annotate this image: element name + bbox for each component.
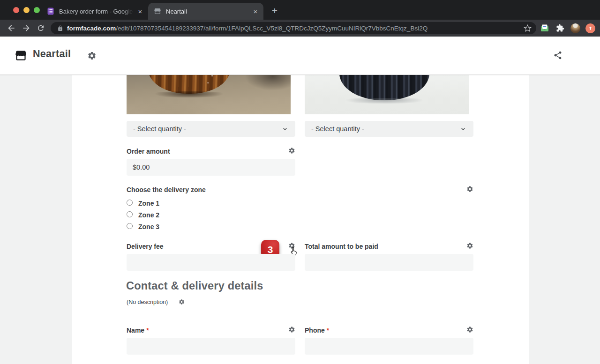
total-amount-settings-gear-icon[interactable]	[466, 242, 473, 249]
quantity-select-1-value: - Select quantity -	[133, 125, 186, 133]
product-image-brown-cupcake	[127, 75, 291, 114]
zone-1-radio[interactable]	[127, 200, 133, 206]
tab-title: Bakery order form - Google For	[59, 8, 135, 15]
zone-3-radio[interactable]	[127, 223, 133, 229]
quantity-select-1[interactable]: - Select quantity -	[127, 121, 295, 137]
lock-icon[interactable]	[57, 25, 63, 31]
form-card: - Select quantity - - Select quantity - …	[72, 75, 529, 364]
zone-2-radio[interactable]	[127, 211, 133, 217]
header-settings-gear-icon[interactable]	[87, 51, 97, 60]
google-forms-icon	[47, 7, 54, 15]
brand-title: Neartail	[33, 48, 71, 60]
storefront-logo-icon	[15, 49, 27, 62]
description-settings-gear-icon[interactable]	[179, 299, 185, 305]
new-tab-button[interactable]: +	[268, 5, 281, 18]
tab-bakery-order-form[interactable]: Bakery order form - Google For ×	[41, 3, 148, 20]
share-icon[interactable]	[553, 51, 562, 60]
order-amount-settings-gear-icon[interactable]	[288, 147, 295, 154]
window-minimize-button[interactable]	[23, 7, 30, 13]
black-cupcake-graphic	[339, 75, 430, 100]
required-asterisk: *	[327, 327, 329, 334]
quantity-select-2-value: - Select quantity -	[311, 125, 364, 133]
bookmark-star-icon[interactable]	[524, 24, 532, 32]
url-domain: formfacade.com	[67, 25, 116, 32]
name-settings-gear-icon[interactable]	[288, 326, 295, 333]
phone-input[interactable]	[305, 338, 473, 355]
forward-icon[interactable]	[22, 23, 31, 33]
order-amount-label: Order amount	[127, 148, 170, 155]
chevron-down-icon	[459, 125, 467, 133]
phone-settings-gear-icon[interactable]	[466, 326, 473, 333]
uploader-extension-icon[interactable]	[585, 23, 595, 33]
required-asterisk: *	[146, 327, 149, 334]
total-amount-label: Total amount to be paid	[305, 243, 378, 250]
site-header: Neartail	[0, 37, 600, 75]
product-image-black-cupcake	[305, 75, 469, 114]
brown-cupcake-graphic	[148, 75, 230, 94]
tab-neartail[interactable]: Neartail ×	[148, 3, 263, 20]
delivery-zone-label: Choose the delivery zone	[127, 186, 206, 193]
mail-extension-icon[interactable]	[540, 23, 549, 33]
contact-section-title: Contact & delivery details	[126, 280, 263, 292]
url-text: formfacade.com/edit/10787073545418923393…	[67, 25, 524, 32]
tab-title: Neartail	[166, 8, 250, 15]
section-description: (No description)	[127, 299, 168, 305]
name-input[interactable]	[127, 338, 295, 355]
chevron-down-icon	[281, 125, 289, 133]
tab-strip: Bakery order form - Google For × Neartai…	[0, 0, 600, 20]
name-label: Name*	[127, 327, 149, 334]
quantity-select-2[interactable]: - Select quantity -	[305, 121, 473, 137]
window-close-button[interactable]	[13, 7, 19, 13]
delivery-fee-label: Delivery fee	[127, 243, 164, 250]
browser-toolbar: formfacade.com/edit/10787073545418923393…	[0, 20, 600, 37]
phone-label: Phone*	[305, 327, 329, 334]
zone-2-label: Zone 2	[138, 211, 159, 219]
zone-3-label: Zone 3	[138, 223, 159, 230]
close-icon[interactable]: ×	[250, 7, 261, 15]
total-amount-input[interactable]	[305, 254, 473, 271]
delivery-zone-settings-gear-icon[interactable]	[466, 186, 473, 193]
url-path: /edit/107870735454189233937/all/form/1FA…	[116, 25, 428, 32]
zone-1-label: Zone 1	[138, 200, 159, 207]
address-bar[interactable]: formfacade.com/edit/10787073545418923393…	[51, 22, 536, 34]
extensions-puzzle-icon[interactable]	[556, 24, 564, 32]
storefront-icon	[154, 7, 161, 15]
close-icon[interactable]: ×	[135, 7, 145, 15]
window-zoom-button[interactable]	[34, 7, 40, 13]
delivery-fee-input[interactable]	[127, 254, 295, 271]
back-icon[interactable]	[7, 23, 16, 33]
reload-icon[interactable]	[37, 24, 45, 32]
profile-avatar[interactable]	[570, 23, 580, 33]
arrow-up-icon	[587, 25, 593, 31]
order-amount-input[interactable]	[127, 159, 295, 176]
